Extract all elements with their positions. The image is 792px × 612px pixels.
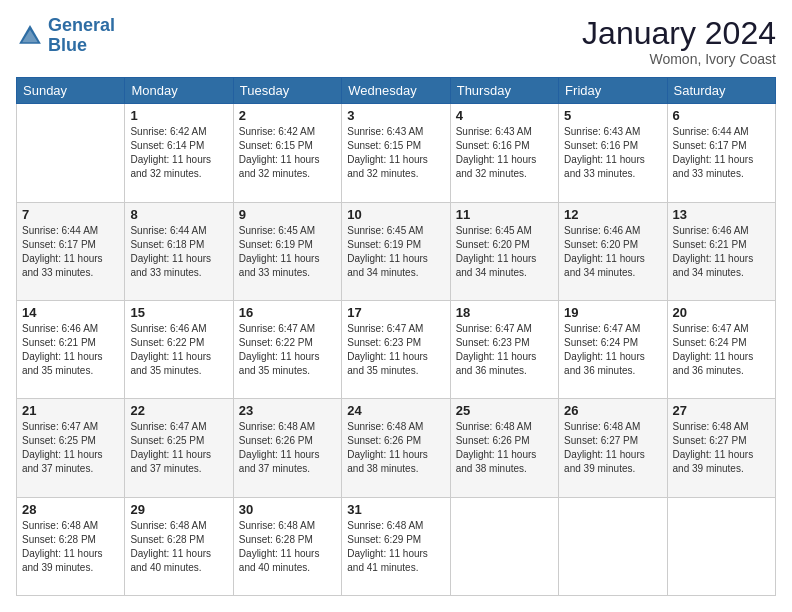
day-number: 17 bbox=[347, 305, 444, 320]
day-number: 21 bbox=[22, 403, 119, 418]
calendar-cell: 30Sunrise: 6:48 AMSunset: 6:28 PMDayligh… bbox=[233, 497, 341, 595]
day-number: 26 bbox=[564, 403, 661, 418]
calendar-subtitle: Womon, Ivory Coast bbox=[582, 51, 776, 67]
calendar-cell: 29Sunrise: 6:48 AMSunset: 6:28 PMDayligh… bbox=[125, 497, 233, 595]
calendar-cell: 5Sunrise: 6:43 AMSunset: 6:16 PMDaylight… bbox=[559, 104, 667, 202]
calendar-cell: 13Sunrise: 6:46 AMSunset: 6:21 PMDayligh… bbox=[667, 202, 775, 300]
calendar-cell: 15Sunrise: 6:46 AMSunset: 6:22 PMDayligh… bbox=[125, 300, 233, 398]
calendar-cell: 11Sunrise: 6:45 AMSunset: 6:20 PMDayligh… bbox=[450, 202, 558, 300]
day-info: Sunrise: 6:46 AMSunset: 6:21 PMDaylight:… bbox=[673, 224, 770, 280]
calendar-cell: 16Sunrise: 6:47 AMSunset: 6:22 PMDayligh… bbox=[233, 300, 341, 398]
day-info: Sunrise: 6:48 AMSunset: 6:29 PMDaylight:… bbox=[347, 519, 444, 575]
calendar-cell bbox=[17, 104, 125, 202]
day-number: 24 bbox=[347, 403, 444, 418]
day-number: 28 bbox=[22, 502, 119, 517]
logo: General Blue bbox=[16, 16, 115, 56]
day-number: 20 bbox=[673, 305, 770, 320]
day-number: 18 bbox=[456, 305, 553, 320]
weekday-header-wednesday: Wednesday bbox=[342, 78, 450, 104]
weekday-header-saturday: Saturday bbox=[667, 78, 775, 104]
day-number: 6 bbox=[673, 108, 770, 123]
day-info: Sunrise: 6:47 AMSunset: 6:23 PMDaylight:… bbox=[347, 322, 444, 378]
calendar-cell: 1Sunrise: 6:42 AMSunset: 6:14 PMDaylight… bbox=[125, 104, 233, 202]
calendar-cell: 7Sunrise: 6:44 AMSunset: 6:17 PMDaylight… bbox=[17, 202, 125, 300]
calendar-cell bbox=[450, 497, 558, 595]
day-number: 5 bbox=[564, 108, 661, 123]
calendar-cell: 3Sunrise: 6:43 AMSunset: 6:15 PMDaylight… bbox=[342, 104, 450, 202]
day-number: 13 bbox=[673, 207, 770, 222]
day-number: 1 bbox=[130, 108, 227, 123]
logo-icon bbox=[16, 22, 44, 50]
calendar-cell: 24Sunrise: 6:48 AMSunset: 6:26 PMDayligh… bbox=[342, 399, 450, 497]
day-info: Sunrise: 6:43 AMSunset: 6:16 PMDaylight:… bbox=[564, 125, 661, 181]
calendar-cell: 18Sunrise: 6:47 AMSunset: 6:23 PMDayligh… bbox=[450, 300, 558, 398]
day-number: 8 bbox=[130, 207, 227, 222]
page: General Blue January 2024 Womon, Ivory C… bbox=[0, 0, 792, 612]
weekday-header-friday: Friday bbox=[559, 78, 667, 104]
day-number: 15 bbox=[130, 305, 227, 320]
calendar-cell: 12Sunrise: 6:46 AMSunset: 6:20 PMDayligh… bbox=[559, 202, 667, 300]
day-info: Sunrise: 6:47 AMSunset: 6:23 PMDaylight:… bbox=[456, 322, 553, 378]
day-number: 11 bbox=[456, 207, 553, 222]
day-info: Sunrise: 6:44 AMSunset: 6:18 PMDaylight:… bbox=[130, 224, 227, 280]
weekday-header-thursday: Thursday bbox=[450, 78, 558, 104]
calendar-cell: 8Sunrise: 6:44 AMSunset: 6:18 PMDaylight… bbox=[125, 202, 233, 300]
calendar-cell: 20Sunrise: 6:47 AMSunset: 6:24 PMDayligh… bbox=[667, 300, 775, 398]
calendar-cell: 21Sunrise: 6:47 AMSunset: 6:25 PMDayligh… bbox=[17, 399, 125, 497]
day-number: 22 bbox=[130, 403, 227, 418]
calendar-cell: 9Sunrise: 6:45 AMSunset: 6:19 PMDaylight… bbox=[233, 202, 341, 300]
day-info: Sunrise: 6:48 AMSunset: 6:26 PMDaylight:… bbox=[347, 420, 444, 476]
logo-blue: Blue bbox=[48, 35, 87, 55]
day-info: Sunrise: 6:46 AMSunset: 6:22 PMDaylight:… bbox=[130, 322, 227, 378]
day-number: 2 bbox=[239, 108, 336, 123]
calendar-cell: 26Sunrise: 6:48 AMSunset: 6:27 PMDayligh… bbox=[559, 399, 667, 497]
day-info: Sunrise: 6:43 AMSunset: 6:16 PMDaylight:… bbox=[456, 125, 553, 181]
day-number: 12 bbox=[564, 207, 661, 222]
calendar-table: SundayMondayTuesdayWednesdayThursdayFrid… bbox=[16, 77, 776, 596]
day-info: Sunrise: 6:47 AMSunset: 6:24 PMDaylight:… bbox=[564, 322, 661, 378]
calendar-body: 1Sunrise: 6:42 AMSunset: 6:14 PMDaylight… bbox=[17, 104, 776, 596]
day-number: 29 bbox=[130, 502, 227, 517]
day-number: 3 bbox=[347, 108, 444, 123]
day-number: 31 bbox=[347, 502, 444, 517]
day-number: 10 bbox=[347, 207, 444, 222]
day-number: 25 bbox=[456, 403, 553, 418]
weekday-header-tuesday: Tuesday bbox=[233, 78, 341, 104]
day-info: Sunrise: 6:46 AMSunset: 6:20 PMDaylight:… bbox=[564, 224, 661, 280]
day-info: Sunrise: 6:48 AMSunset: 6:26 PMDaylight:… bbox=[456, 420, 553, 476]
day-number: 4 bbox=[456, 108, 553, 123]
calendar-cell bbox=[559, 497, 667, 595]
day-info: Sunrise: 6:48 AMSunset: 6:27 PMDaylight:… bbox=[564, 420, 661, 476]
day-info: Sunrise: 6:46 AMSunset: 6:21 PMDaylight:… bbox=[22, 322, 119, 378]
day-info: Sunrise: 6:48 AMSunset: 6:27 PMDaylight:… bbox=[673, 420, 770, 476]
day-number: 16 bbox=[239, 305, 336, 320]
calendar-cell: 10Sunrise: 6:45 AMSunset: 6:19 PMDayligh… bbox=[342, 202, 450, 300]
calendar-week-4: 21Sunrise: 6:47 AMSunset: 6:25 PMDayligh… bbox=[17, 399, 776, 497]
calendar-cell: 14Sunrise: 6:46 AMSunset: 6:21 PMDayligh… bbox=[17, 300, 125, 398]
day-info: Sunrise: 6:45 AMSunset: 6:20 PMDaylight:… bbox=[456, 224, 553, 280]
calendar-cell: 2Sunrise: 6:42 AMSunset: 6:15 PMDaylight… bbox=[233, 104, 341, 202]
calendar-cell bbox=[667, 497, 775, 595]
calendar-cell: 17Sunrise: 6:47 AMSunset: 6:23 PMDayligh… bbox=[342, 300, 450, 398]
calendar-header: SundayMondayTuesdayWednesdayThursdayFrid… bbox=[17, 78, 776, 104]
calendar-cell: 19Sunrise: 6:47 AMSunset: 6:24 PMDayligh… bbox=[559, 300, 667, 398]
day-number: 7 bbox=[22, 207, 119, 222]
calendar-cell: 31Sunrise: 6:48 AMSunset: 6:29 PMDayligh… bbox=[342, 497, 450, 595]
day-info: Sunrise: 6:45 AMSunset: 6:19 PMDaylight:… bbox=[239, 224, 336, 280]
calendar-week-5: 28Sunrise: 6:48 AMSunset: 6:28 PMDayligh… bbox=[17, 497, 776, 595]
calendar-cell: 4Sunrise: 6:43 AMSunset: 6:16 PMDaylight… bbox=[450, 104, 558, 202]
day-info: Sunrise: 6:44 AMSunset: 6:17 PMDaylight:… bbox=[22, 224, 119, 280]
calendar-cell: 25Sunrise: 6:48 AMSunset: 6:26 PMDayligh… bbox=[450, 399, 558, 497]
calendar-cell: 6Sunrise: 6:44 AMSunset: 6:17 PMDaylight… bbox=[667, 104, 775, 202]
day-number: 9 bbox=[239, 207, 336, 222]
day-number: 23 bbox=[239, 403, 336, 418]
calendar-week-1: 1Sunrise: 6:42 AMSunset: 6:14 PMDaylight… bbox=[17, 104, 776, 202]
day-number: 19 bbox=[564, 305, 661, 320]
day-info: Sunrise: 6:44 AMSunset: 6:17 PMDaylight:… bbox=[673, 125, 770, 181]
weekday-header-monday: Monday bbox=[125, 78, 233, 104]
day-number: 14 bbox=[22, 305, 119, 320]
day-info: Sunrise: 6:48 AMSunset: 6:28 PMDaylight:… bbox=[22, 519, 119, 575]
day-info: Sunrise: 6:48 AMSunset: 6:28 PMDaylight:… bbox=[239, 519, 336, 575]
header: General Blue January 2024 Womon, Ivory C… bbox=[16, 16, 776, 67]
logo-general: General bbox=[48, 15, 115, 35]
